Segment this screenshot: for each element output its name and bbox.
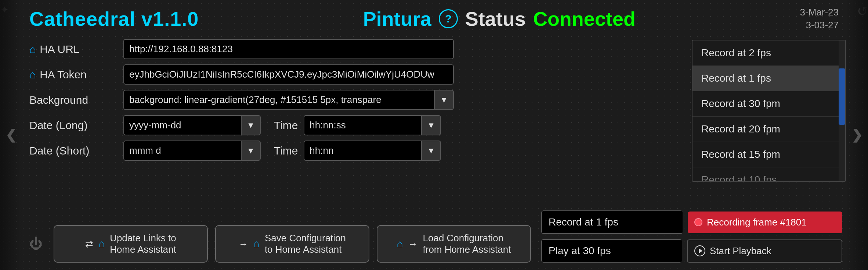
time-long-dropdown-btn[interactable]: ▼ <box>421 115 441 135</box>
play-triangle-icon <box>699 248 702 253</box>
time-short-dropdown-btn[interactable]: ▼ <box>421 141 441 161</box>
connected-label: Connected <box>533 7 636 30</box>
play-status: Start Playback <box>687 239 842 263</box>
app-title: Catheedral v1.1.0 <box>29 7 199 30</box>
header-center: Pintura ? Status Connected <box>199 7 800 30</box>
time-label-2: Time <box>274 145 298 157</box>
pintura-label: Pintura <box>363 7 431 30</box>
dropdown-item-5[interactable]: Record at 10 fps <box>692 167 845 181</box>
record-input[interactable] <box>541 210 683 234</box>
record-row: ▲ Recording frame #1801 <box>541 210 842 234</box>
status-label: Status <box>465 7 526 30</box>
question-icon[interactable]: ? <box>439 9 458 28</box>
dropdown-item-3[interactable]: Record at 20 fpm <box>692 117 845 142</box>
ha-token-input[interactable] <box>123 64 454 85</box>
dropdown-item-2[interactable]: Record at 30 fpm <box>692 91 845 117</box>
date-short-dropdown-btn[interactable]: ▼ <box>241 141 261 161</box>
record-dot-icon <box>694 218 702 226</box>
date-display-1: 3-Mar-23 <box>800 7 839 18</box>
update-links-button[interactable]: ⇄ ⌂ Update Links toHome Assistant <box>54 225 208 263</box>
play-input[interactable] <box>541 239 682 263</box>
load-ha-icon: ⌂ <box>397 238 403 250</box>
record-status-text: Recording frame #1801 <box>707 217 807 228</box>
date-short-label: Date (Short) <box>29 145 117 157</box>
save-arrow-icon: → <box>239 238 248 250</box>
save-config-label: Save Configurationto Home Assistant <box>265 232 346 255</box>
play-row: ▼ Start Playback <box>541 239 842 263</box>
ha-icon-token: ⌂ <box>29 68 36 81</box>
dropdown-menu: Record at 2 fps Record at 1 fps Record a… <box>692 40 846 182</box>
time-short-input[interactable] <box>304 141 421 161</box>
dropdown-item-4[interactable]: Record at 15 fpm <box>692 142 845 167</box>
dropdown-item-0[interactable]: Record at 2 fps <box>692 40 845 66</box>
load-arrow-icon: → <box>408 238 418 250</box>
play-status-text: Start Playback <box>710 245 771 257</box>
load-config-label: Load Configurationfrom Home Assistant <box>423 232 511 255</box>
time-long-input[interactable] <box>304 115 421 135</box>
date-short-input[interactable] <box>123 141 241 161</box>
date-long-dropdown-btn[interactable]: ▼ <box>241 115 261 135</box>
play-circle-icon <box>694 245 705 256</box>
dropdown-item-1[interactable]: Record at 1 fps <box>692 66 845 91</box>
update-ha-icon: ⌂ <box>98 238 105 250</box>
time-label-1: Time <box>274 119 298 132</box>
save-config-button[interactable]: → ⌂ Save Configurationto Home Assistant <box>215 225 369 263</box>
update-links-label: Update Links toHome Assistant <box>110 232 176 255</box>
load-config-button[interactable]: ⌂ → Load Configurationfrom Home Assistan… <box>377 225 531 263</box>
save-ha-icon: ⌂ <box>253 238 260 250</box>
date-display-2: 3-03-27 <box>806 19 839 31</box>
header-right: 3-Mar-23 3-03-27 <box>800 7 839 31</box>
background-input[interactable] <box>123 90 434 110</box>
date-long-label: Date (Long) <box>29 119 117 132</box>
ha-url-label: ⌂ HA URL <box>29 43 117 56</box>
header: Catheedral v1.1.0 Pintura ? Status Conne… <box>22 0 846 35</box>
ha-icon-url: ⌂ <box>29 43 36 56</box>
dropdown-scrollbar-thumb <box>839 68 845 125</box>
ha-url-input[interactable] <box>123 39 454 59</box>
record-status: Recording frame #1801 <box>688 212 842 233</box>
power-button[interactable]: ⏻ <box>29 236 43 252</box>
date-long-input[interactable] <box>123 115 241 135</box>
update-arrows-icon: ⇄ <box>85 238 93 250</box>
ha-token-label: ⌂ HA Token <box>29 68 117 81</box>
dropdown-scrollbar <box>839 40 845 181</box>
background-label: Background <box>29 94 117 106</box>
background-dropdown-btn[interactable]: ▼ <box>434 90 454 110</box>
